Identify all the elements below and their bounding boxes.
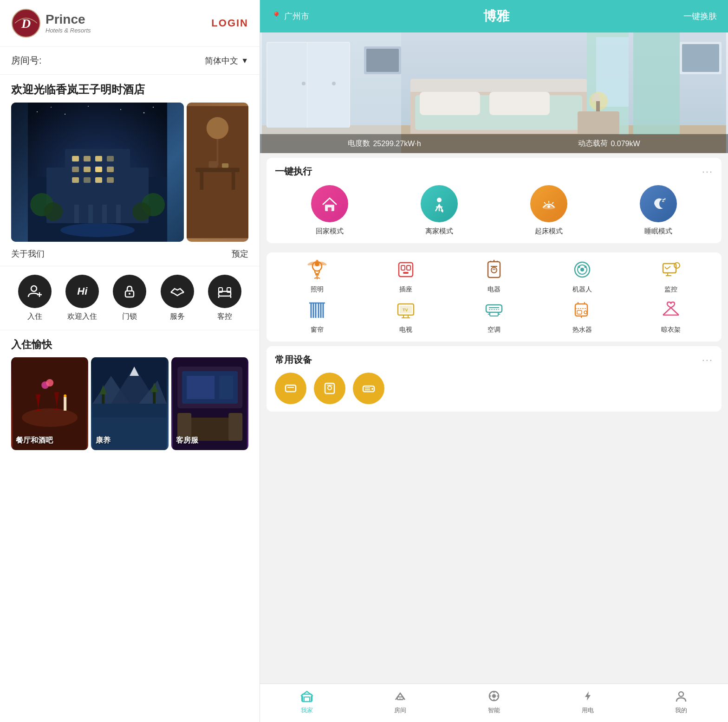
electricity-value: 25299.27kW·h xyxy=(373,140,421,148)
svg-rect-165 xyxy=(486,305,502,312)
nav-electric[interactable]: 用电 xyxy=(541,690,635,715)
sleep-mode-item[interactable]: z z 睡眠模式 xyxy=(640,185,677,236)
person-add-icon xyxy=(27,284,42,299)
home-mode-icon xyxy=(320,194,339,213)
svg-rect-18 xyxy=(72,167,79,172)
nav-electric-label: 用电 xyxy=(582,706,594,715)
service-icon-item[interactable]: 服务 xyxy=(161,275,194,322)
nav-smart-label: 智能 xyxy=(488,706,500,715)
nav-smart[interactable]: 智能 xyxy=(447,690,541,715)
svg-rect-97 xyxy=(633,32,680,135)
language-selector[interactable]: 简体中文 ▼ xyxy=(205,55,248,66)
svg-rect-24 xyxy=(95,177,102,183)
svg-rect-99 xyxy=(578,111,619,135)
nav-room[interactable]: 房间 xyxy=(354,690,448,715)
lighting-device[interactable]: 照明 xyxy=(275,260,359,294)
svg-rect-29 xyxy=(116,205,121,223)
one-key-title: 一键执行 xyxy=(275,165,312,178)
svg-rect-85 xyxy=(267,43,307,128)
appliance-label: 电器 xyxy=(488,285,500,294)
svg-point-9 xyxy=(153,107,154,108)
svg-rect-16 xyxy=(95,156,102,161)
drying-rack-label: 晾衣架 xyxy=(661,326,681,334)
rise-mode-item[interactable]: 起床模式 xyxy=(530,185,567,236)
checkin-label: 入住 xyxy=(27,312,42,322)
booking-link[interactable]: 预定 xyxy=(232,248,248,259)
water-heater-device[interactable]: 热水器 xyxy=(540,300,624,334)
login-button[interactable]: LOGIN xyxy=(211,17,248,29)
nav-profile[interactable]: 我的 xyxy=(634,690,728,715)
away-mode-circle xyxy=(421,185,458,222)
socket-icon xyxy=(396,260,416,282)
logo-area: D Prince Hotels & Resorts xyxy=(11,8,91,38)
skin-switch-button[interactable]: 一键换肤 xyxy=(683,11,717,22)
right-header-title: 博雅 xyxy=(483,7,509,25)
svg-rect-17 xyxy=(107,156,114,161)
promo-wellness-label: 康养 xyxy=(96,436,110,445)
promo-card-wellness[interactable]: 康养 xyxy=(91,357,168,450)
svg-point-195 xyxy=(492,694,496,698)
prince-logo-icon: D xyxy=(11,8,41,38)
lock-icon-item[interactable]: 门锁 xyxy=(113,275,146,322)
common-device-1[interactable] xyxy=(275,373,306,404)
one-key-more-button[interactable]: ··· xyxy=(702,166,713,178)
welcome-icon-item[interactable]: Hi 欢迎入住 xyxy=(65,275,99,322)
about-link[interactable]: 关于我们 xyxy=(11,248,45,259)
svg-line-147 xyxy=(665,267,667,269)
svg-rect-188 xyxy=(302,694,312,702)
language-arrow-icon: ▼ xyxy=(241,57,248,65)
room-control-icon-item[interactable]: 客控 xyxy=(208,275,241,322)
svg-rect-20 xyxy=(95,167,102,172)
service-circle xyxy=(161,275,194,308)
svg-point-143 xyxy=(578,266,580,268)
right-header: 📍 广州市 博雅 一键换肤 xyxy=(260,0,728,32)
water-heater-label: 热水器 xyxy=(572,326,592,334)
robot-device[interactable]: 机器人 xyxy=(540,260,624,294)
monitor-device[interactable]: 监控 xyxy=(629,260,713,294)
nav-home[interactable]: 我家 xyxy=(260,690,354,715)
load-label: 动态载荷 xyxy=(578,139,608,148)
socket-device[interactable]: 插座 xyxy=(363,260,448,294)
service-label: 服务 xyxy=(170,312,185,322)
nav-links: 关于我们 预定 xyxy=(0,242,260,266)
svg-rect-132 xyxy=(407,265,410,270)
right-panel: 📍 广州市 博雅 一键换肤 xyxy=(260,0,728,722)
promo-card-room-service[interactable]: 客房服 xyxy=(171,357,248,450)
device-categories-section: 照明 插座 xyxy=(266,252,722,342)
handshake-icon xyxy=(170,284,185,299)
common-device-3-icon xyxy=(362,381,376,395)
common-devices-more-button[interactable]: ··· xyxy=(702,354,713,366)
svg-rect-43 xyxy=(187,106,248,239)
nav-electric-icon xyxy=(581,690,594,704)
promo-images: 餐厅和酒吧 康养 xyxy=(0,357,260,450)
away-mode-item[interactable]: 离家模式 xyxy=(421,185,458,236)
common-device-2[interactable] xyxy=(314,373,345,404)
bed-icon xyxy=(217,284,232,299)
ac-device[interactable]: 空调 xyxy=(452,300,536,334)
svg-line-50 xyxy=(181,292,184,293)
promo-card-restaurant[interactable]: 餐厅和酒吧 xyxy=(11,357,88,450)
svg-rect-77 xyxy=(219,376,233,399)
appliance-device[interactable]: 电器 xyxy=(452,260,536,294)
home-mode-label: 回家模式 xyxy=(316,227,344,236)
curtain-device[interactable]: 窗帘 xyxy=(275,300,359,334)
monitor-icon xyxy=(661,260,681,282)
room-label: 房间号: xyxy=(11,54,42,67)
common-devices-title: 常用设备 xyxy=(275,354,312,366)
svg-rect-28 xyxy=(102,205,107,223)
common-device-3[interactable] xyxy=(353,373,384,404)
room-control-label: 客控 xyxy=(217,312,232,322)
checkin-icon-item[interactable]: 入住 xyxy=(18,275,52,322)
curtain-icon xyxy=(307,300,327,322)
svg-point-6 xyxy=(88,106,89,107)
hotel-room-image xyxy=(187,103,248,242)
tv-device[interactable]: TV 电视 xyxy=(363,300,448,334)
nav-profile-icon xyxy=(675,690,688,704)
svg-rect-76 xyxy=(187,376,214,399)
drying-rack-device[interactable]: 晾衣架 xyxy=(629,300,713,334)
svg-point-30 xyxy=(60,223,135,237)
svg-point-107 xyxy=(437,198,442,202)
svg-point-200 xyxy=(679,692,683,696)
svg-point-59 xyxy=(46,379,53,387)
home-mode-item[interactable]: 回家模式 xyxy=(311,185,348,236)
